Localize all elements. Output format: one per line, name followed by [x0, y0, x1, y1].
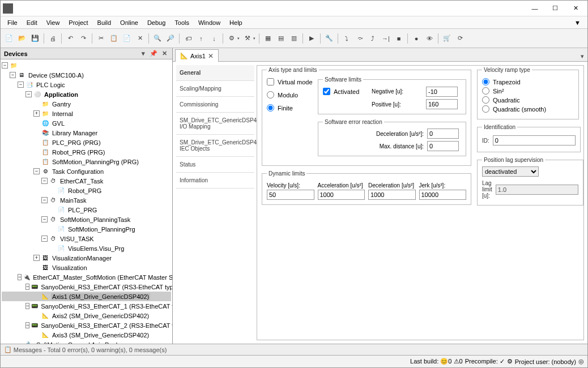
menu-edit[interactable]: Edit [22, 18, 42, 27]
tree-item-visumgr[interactable]: +🖼VisualizationManager [2, 253, 171, 263]
err-max-input[interactable] [427, 141, 459, 151]
sidenav-iomap[interactable]: SM_Drive_ETC_GenericDSP402: I/O Mapping [176, 113, 254, 135]
panel-dropdown-icon[interactable]: ▾ [140, 50, 147, 57]
collapse-icon[interactable]: − [2, 62, 8, 69]
maximize-button[interactable]: ☐ [546, 2, 565, 15]
neg-limit-input[interactable] [426, 87, 458, 97]
tree-task-ethercat[interactable]: −⏱EtherCAT_Task [2, 176, 171, 186]
tree-item-smprg[interactable]: 📋SoftMotion_PlanningPrg (PRG) [2, 157, 171, 166]
tree-task-sm-prg[interactable]: 📄SoftMotion_PlanningPrg [2, 224, 171, 234]
tab-dropdown-icon[interactable]: ▾ [577, 52, 587, 61]
sidenav-iec[interactable]: SM_Drive_ETC_GenericDSP402: IEC Objects [176, 135, 254, 157]
status-cog[interactable]: ⚙ [507, 358, 513, 365]
tree-device[interactable]: −🖥Device (SMC100-A) [2, 70, 171, 80]
tree-item-robotprg[interactable]: 📋Robot_PRG (PRG) [2, 147, 171, 157]
tree-drive-0[interactable]: −📟SanyoDenki_RS3_EtherCAT (RS3-EtheCAT t… [2, 282, 171, 292]
collapse-icon[interactable]: − [25, 303, 29, 309]
tree-drive-1[interactable]: −📟SanyoDenki_RS3_EtherCAT_1 (RS3-EtheCAT… [2, 301, 171, 311]
expand-icon[interactable]: + [33, 255, 40, 261]
tab-close-icon[interactable]: ✕ [208, 52, 214, 60]
sidenav-info[interactable]: Information [176, 173, 254, 189]
collapse-icon[interactable]: − [25, 91, 32, 97]
bookmark-icon[interactable]: 🏷 [182, 32, 194, 45]
sidenav-general[interactable]: General [176, 65, 254, 81]
bookmark-next-icon[interactable]: ↓ [208, 32, 220, 45]
tree-item-plcprg[interactable]: 📋PLC_PRG (PRG) [2, 138, 171, 147]
tree-task-main[interactable]: −⏱MainTask [2, 195, 171, 205]
menu-window[interactable]: Window [194, 18, 225, 27]
collapse-icon[interactable]: − [18, 82, 24, 88]
acceleration-input[interactable] [318, 190, 365, 200]
status-circle[interactable]: ◎ [578, 358, 584, 365]
activated-checkbox[interactable]: Activated [323, 88, 368, 95]
login-icon[interactable]: ▶ [305, 32, 318, 45]
print-icon[interactable]: 🖨 [46, 32, 59, 45]
cart-icon[interactable]: 🛒 [441, 32, 453, 45]
build-icon[interactable]: ⚙ [225, 32, 238, 45]
tree-axis-1[interactable]: 📐Axis2 (SM_Drive_GenericDSP402) [2, 311, 171, 320]
menu-online[interactable]: Online [116, 18, 143, 27]
menu-tools[interactable]: Tools [170, 18, 194, 27]
expand-icon[interactable]: + [33, 110, 40, 117]
velocity-input[interactable] [267, 190, 314, 200]
rebuild-icon[interactable]: ⚒ [241, 32, 254, 45]
ramp-sin2-radio[interactable]: Sin² [482, 87, 574, 95]
paste-icon[interactable]: 📄 [121, 32, 133, 45]
tree-item-visualisation[interactable]: 🖼Visualization [2, 263, 171, 272]
tree-plc-logic[interactable]: −📑PLC Logic [2, 80, 171, 89]
ramp-quad-radio[interactable]: Quadratic [482, 96, 574, 104]
menu-debug[interactable]: Debug [143, 18, 170, 27]
lag-limit-input[interactable] [496, 185, 578, 195]
new-icon[interactable]: 📄 [3, 32, 15, 45]
ramp-smooth-radio[interactable]: Quadratic (smooth) [482, 105, 574, 113]
tree-task-visu[interactable]: −⏱VISU_TASK [2, 234, 171, 243]
sidenav-scaling[interactable]: Scaling/Mapping [176, 81, 254, 97]
menu-build[interactable]: Build [93, 18, 116, 27]
redo-icon[interactable]: ↷ [77, 32, 90, 45]
modulo-radio[interactable]: Modulo [267, 91, 313, 99]
minimize-button[interactable]: — [525, 2, 544, 15]
lag-mode-select[interactable]: deactivated [482, 166, 539, 177]
tree-task-visu-prg[interactable]: 📄VisuElems.Visu_Prg [2, 243, 171, 253]
tree-axis-0[interactable]: 📐Axis1 (SM_Drive_GenericDSP402) [2, 292, 171, 301]
find-icon[interactable]: 🔍 [151, 32, 164, 45]
tool-icon[interactable]: 🔧 [323, 32, 335, 45]
breakpoint-icon[interactable]: ● [410, 32, 423, 45]
filter-icon[interactable]: ▼ [570, 18, 585, 27]
tree-application[interactable]: −⚪Application [2, 89, 171, 99]
collapse-icon[interactable]: − [41, 216, 48, 222]
panel-pin-icon[interactable]: 📌 [148, 50, 159, 57]
virtual-mode-checkbox[interactable]: Virtual mode [267, 78, 313, 85]
tree-task-sm[interactable]: −⏱SoftMotion_PlanningTask [2, 215, 171, 224]
menu-view[interactable]: View [42, 18, 65, 27]
layout3-icon[interactable]: ▥ [288, 32, 300, 45]
save-icon[interactable]: 💾 [29, 32, 41, 45]
collapse-icon[interactable]: − [41, 236, 48, 242]
copy-icon[interactable]: 📋 [108, 32, 120, 45]
ramp-trap-radio[interactable]: Trapezoid [482, 78, 574, 85]
layout-icon[interactable]: ▦ [262, 32, 274, 45]
undo-icon[interactable]: ↶ [64, 32, 76, 45]
step-over-icon[interactable]: ⤼ [353, 32, 366, 45]
tree-ethercat-master[interactable]: −🔌EtherCAT_Master_SoftMotion (EtherCAT M… [2, 272, 171, 282]
collapse-icon[interactable]: − [10, 72, 16, 78]
stop-icon[interactable]: ■ [393, 32, 405, 45]
err-dec-input[interactable] [427, 129, 459, 139]
menu-file[interactable]: File [3, 18, 22, 27]
watch-icon[interactable]: 👁 [423, 32, 436, 45]
bookmark-prev-icon[interactable]: ↑ [195, 32, 207, 45]
delete-icon[interactable]: ✕ [134, 32, 146, 45]
tab-axis1[interactable]: 📐 Axis1 ✕ [175, 49, 219, 62]
close-button[interactable]: ✕ [566, 2, 585, 15]
layout2-icon[interactable]: ▤ [275, 32, 287, 45]
panel-close-icon[interactable]: ✕ [160, 50, 169, 57]
pos-limit-input[interactable] [426, 99, 458, 109]
sidenav-status[interactable]: Status [176, 157, 254, 173]
menu-project[interactable]: Project [64, 18, 92, 27]
menu-help[interactable]: Help [225, 18, 247, 27]
tree-item-internal[interactable]: +📁Internal [2, 109, 171, 118]
tree-item-taskcfg[interactable]: −⚙Task Configuration [2, 166, 171, 176]
collapse-icon[interactable]: − [25, 322, 29, 328]
sidenav-commissioning[interactable]: Commissioning [176, 97, 254, 113]
cut-icon[interactable]: ✂ [95, 32, 107, 45]
